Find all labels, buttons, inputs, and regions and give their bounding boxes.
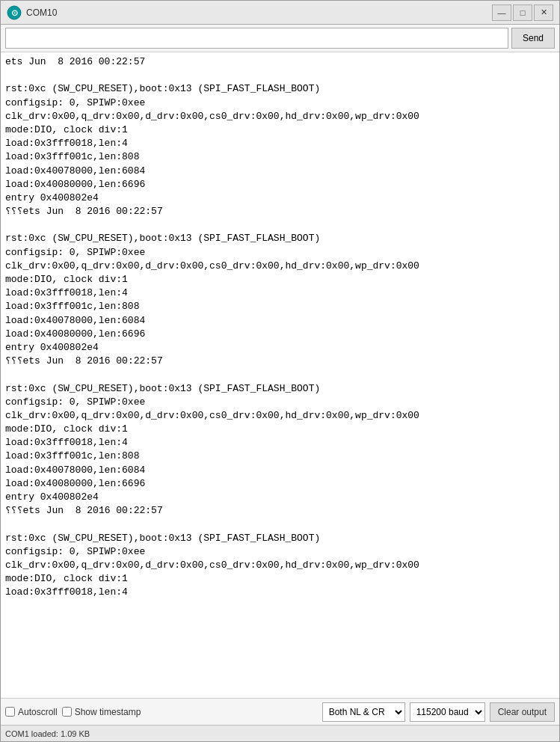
clear-output-button[interactable]: Clear output xyxy=(490,702,555,722)
status-bar: Autoscroll Show timestamp No line ending… xyxy=(1,698,559,725)
main-window: ⊙ COM10 — □ ✕ Send ets Jun 8 2016 00:22:… xyxy=(0,0,560,742)
close-button[interactable]: ✕ xyxy=(534,4,553,21)
autoscroll-checkbox[interactable] xyxy=(5,707,15,717)
show-timestamp-checkbox[interactable] xyxy=(62,707,72,717)
send-bar: Send xyxy=(1,25,559,52)
window-title: COM10 xyxy=(26,7,492,18)
minimize-button[interactable]: — xyxy=(492,4,511,21)
window-controls: — □ ✕ xyxy=(492,4,553,21)
send-input[interactable] xyxy=(5,28,508,49)
bottom-status-bar: COM1 loaded: 1.09 KB xyxy=(1,725,559,741)
arduino-logo: ⊙ xyxy=(7,5,22,20)
serial-output: ets Jun 8 2016 00:22:57 rst:0xc (SW_CPU_… xyxy=(1,52,559,698)
send-button[interactable]: Send xyxy=(511,28,555,49)
baud-rate-select[interactable]: 300 1200 2400 4800 9600 19200 38400 5760… xyxy=(410,702,485,722)
maximize-button[interactable]: □ xyxy=(513,4,532,21)
autoscroll-label[interactable]: Autoscroll xyxy=(5,707,58,717)
line-ending-select[interactable]: No line ending Newline Carriage return B… xyxy=(322,702,405,722)
title-bar: ⊙ COM10 — □ ✕ xyxy=(1,1,559,25)
connection-status: COM1 loaded: 1.09 KB xyxy=(5,729,90,738)
svg-text:⊙: ⊙ xyxy=(11,8,18,17)
show-timestamp-label[interactable]: Show timestamp xyxy=(62,707,141,717)
